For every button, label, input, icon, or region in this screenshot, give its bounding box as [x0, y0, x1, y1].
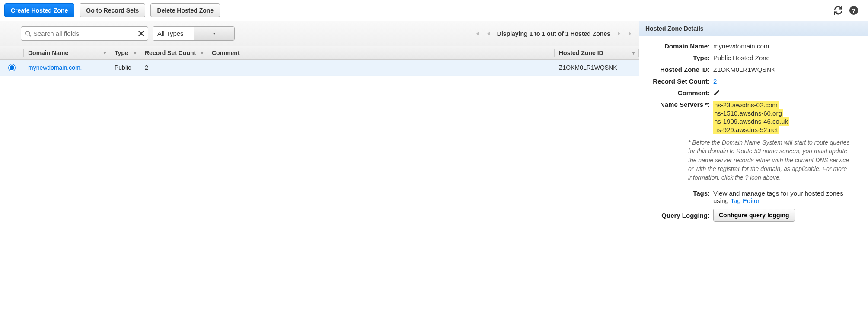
nameserver-entry: ns-23.awsdns-02.com	[713, 101, 779, 109]
svg-line-3	[29, 35, 31, 36]
hosted-zones-list-pane: All Types ▾ Displaying 1 to 1 out of 1 H…	[0, 21, 639, 334]
filter-bar: All Types ▾ Displaying 1 to 1 out of 1 H…	[0, 21, 639, 46]
cell-type: Public	[110, 61, 140, 74]
nameserver-note: * Before the Domain Name System will sta…	[647, 138, 860, 182]
search-input[interactable]	[33, 30, 138, 37]
svg-text:?: ?	[852, 7, 856, 14]
label-nameservers: Name Servers *:	[647, 101, 710, 134]
value-tags: View and manage tags for your hosted zon…	[713, 190, 860, 204]
nameserver-entry: ns-929.awsdns-52.net	[713, 126, 779, 134]
cell-count: 2	[140, 61, 207, 74]
clear-search-icon[interactable]	[138, 30, 144, 37]
col-record-set-count[interactable]: Record Set Count▾	[140, 46, 207, 59]
value-domain: mynewdomain.com.	[713, 42, 860, 50]
label-zoneid: Hosted Zone ID:	[647, 66, 710, 73]
prev-page-icon[interactable]	[486, 31, 491, 37]
chevron-down-icon: ▾	[194, 27, 235, 40]
value-type: Public Hosted Zone	[713, 54, 860, 61]
label-query-logging: Query Logging:	[647, 212, 710, 219]
search-input-wrapper	[21, 26, 148, 41]
label-type: Type:	[647, 54, 710, 61]
sort-icon: ▾	[104, 51, 106, 55]
help-icon[interactable]: ?	[849, 6, 858, 15]
first-page-icon[interactable]	[474, 31, 480, 37]
refresh-icon[interactable]	[833, 6, 843, 15]
delete-hosted-zone-button[interactable]: Delete Hosted Zone	[150, 3, 220, 17]
nameserver-entry: ns-1510.awsdns-60.org	[713, 109, 783, 117]
value-zoneid: Z1OKM0LR1WQSNK	[713, 66, 860, 73]
col-type[interactable]: Type▾	[110, 46, 140, 59]
table-body: mynewdomain.com. Public 2 Z1OKM0LR1WQSNK	[0, 60, 639, 334]
cell-comment	[207, 61, 555, 74]
next-page-icon[interactable]	[616, 31, 622, 37]
col-select	[0, 46, 24, 59]
edit-comment-icon[interactable]	[713, 89, 860, 96]
go-to-record-sets-button[interactable]: Go to Record Sets	[80, 3, 145, 17]
type-filter-value: All Types	[153, 30, 194, 37]
sort-icon: ▾	[632, 51, 635, 55]
domain-link[interactable]: mynewdomain.com.	[28, 64, 82, 71]
label-count: Record Set Count:	[647, 77, 710, 85]
sort-icon: ▾	[201, 51, 203, 55]
svg-point-2	[26, 31, 29, 35]
label-comment: Comment:	[647, 89, 710, 97]
label-tags: Tags:	[647, 190, 710, 204]
col-hosted-zone-id[interactable]: Hosted Zone ID▾	[555, 46, 639, 59]
row-select-radio[interactable]	[9, 64, 15, 71]
configure-query-logging-button[interactable]: Configure query logging	[713, 209, 795, 222]
details-header: Hosted Zone Details	[639, 21, 868, 36]
last-page-icon[interactable]	[628, 31, 634, 37]
type-filter-select[interactable]: All Types ▾	[153, 26, 235, 41]
pagination-text: Displaying 1 to 1 out of 1 Hosted Zones	[497, 30, 610, 37]
create-hosted-zone-button[interactable]: Create Hosted Zone	[4, 3, 74, 17]
label-domain: Domain Name:	[647, 42, 710, 50]
details-pane: Hosted Zone Details Domain Name: mynewdo…	[639, 21, 868, 334]
record-set-count-link[interactable]: 2	[713, 77, 717, 85]
value-nameservers: ns-23.awsdns-02.com ns-1510.awsdns-60.or…	[713, 101, 860, 134]
search-icon	[25, 30, 32, 37]
col-domain-name[interactable]: Domain Name▾	[24, 46, 110, 59]
sort-icon: ▾	[134, 51, 136, 55]
col-comment[interactable]: Comment	[207, 46, 555, 59]
nameserver-entry: ns-1909.awsdns-46.co.uk	[713, 117, 789, 126]
table-header: Domain Name▾ Type▾ Record Set Count▾ Com…	[0, 46, 639, 60]
table-row[interactable]: mynewdomain.com. Public 2 Z1OKM0LR1WQSNK	[0, 60, 639, 76]
tag-editor-link[interactable]: Tag Editor	[731, 197, 760, 204]
pagination: Displaying 1 to 1 out of 1 Hosted Zones	[474, 30, 634, 37]
action-toolbar: Create Hosted Zone Go to Record Sets Del…	[0, 0, 868, 21]
cell-zoneid: Z1OKM0LR1WQSNK	[555, 61, 639, 74]
